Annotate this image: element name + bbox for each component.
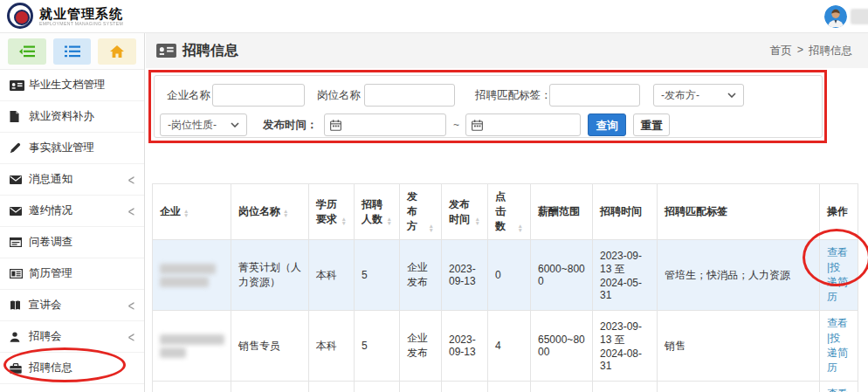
user-avatar[interactable] bbox=[824, 5, 847, 28]
calendar-icon bbox=[330, 120, 341, 131]
cell-clicks: 0 bbox=[488, 382, 531, 392]
match-tag-input[interactable] bbox=[549, 84, 640, 107]
publisher-select[interactable]: -发布方- bbox=[653, 84, 744, 107]
sort-icon[interactable]: ▲▼ bbox=[387, 217, 392, 227]
sidebar-item-resume-management[interactable]: 简历管理 bbox=[0, 258, 144, 290]
outdent-icon bbox=[19, 45, 35, 58]
file-icon bbox=[10, 111, 24, 122]
sidebar-item-label: 消息通知 bbox=[29, 172, 72, 187]
cell-publisher: 企业发布 bbox=[400, 311, 442, 382]
job-name-input[interactable] bbox=[364, 84, 455, 107]
apply-resume-link[interactable]: 投递简历 bbox=[827, 261, 848, 303]
recruitment-table: 企业▲▼ 岗位名称▲▼ 学历要求▲▼ 招聘人数▲▼ 发布方▲▼ 发布时间▲▼ 点… bbox=[152, 183, 858, 392]
cell-clicks: 4 bbox=[488, 311, 531, 382]
survey-icon bbox=[10, 237, 24, 247]
col-clicks[interactable]: 点击数▲▼ bbox=[488, 184, 531, 240]
col-job[interactable]: 岗位名称▲▼ bbox=[231, 184, 309, 240]
cell-period: 2023-09-13 至 2024-05-31 bbox=[593, 240, 658, 311]
sort-icon[interactable]: ▲▼ bbox=[341, 217, 347, 227]
cell-company-blurred bbox=[153, 240, 231, 311]
chevron-down-icon bbox=[727, 93, 736, 98]
breadcrumb-separator: > bbox=[797, 44, 803, 58]
cell-headcount: 5 bbox=[355, 311, 400, 382]
sidebar-item-clipped[interactable] bbox=[0, 384, 144, 392]
col-actions: 操作 bbox=[820, 184, 858, 240]
cell-company-blurred bbox=[153, 311, 231, 382]
sort-icon[interactable]: ▲▼ bbox=[429, 224, 434, 234]
app-tagline: EMPLOYMENT MANAGING SYSTEM bbox=[39, 21, 123, 25]
collapse-menu-button[interactable] bbox=[8, 38, 46, 65]
cell-education: 本科 bbox=[309, 311, 355, 382]
publisher-select-value: -发布方- bbox=[661, 88, 699, 103]
titlebar: 招聘信息 首页 > 招聘信息 bbox=[146, 33, 868, 68]
sidebar-item-invitations[interactable]: 邀约情况 < bbox=[0, 196, 144, 227]
cell-job: 销售专员 bbox=[231, 311, 309, 382]
sidebar-toolbar bbox=[0, 33, 144, 70]
page-title: 招聘信息 bbox=[156, 42, 238, 60]
sidebar-item-graduate-docs[interactable]: 毕业生文档管理 bbox=[0, 70, 144, 101]
col-company[interactable]: 企业▲▼ bbox=[153, 184, 231, 240]
col-headcount[interactable]: 招聘人数▲▼ bbox=[355, 184, 400, 240]
home-button[interactable] bbox=[98, 38, 136, 65]
menu-list-button[interactable] bbox=[53, 38, 92, 65]
view-link[interactable]: 查看 bbox=[827, 388, 848, 392]
chevron-left-icon: < bbox=[128, 297, 134, 314]
cell-job: 菁英计划（人力资源） bbox=[231, 240, 309, 311]
sort-icon[interactable]: ▲▼ bbox=[518, 224, 523, 234]
sidebar-item-message-notice[interactable]: 消息通知 < bbox=[0, 164, 144, 196]
book-icon bbox=[10, 300, 24, 311]
cell-publisher: 企业发布 bbox=[400, 382, 442, 392]
search-button[interactable]: 查询 bbox=[588, 113, 626, 136]
briefcase-icon bbox=[10, 363, 24, 374]
job-nature-select[interactable]: -岗位性质- bbox=[160, 113, 247, 136]
sidebar-item-recruitment-info[interactable]: 招聘信息 bbox=[0, 353, 144, 384]
sort-icon[interactable]: ▲▼ bbox=[475, 217, 480, 227]
sidebar-item-job-fair[interactable]: 招聘会 < bbox=[0, 321, 144, 353]
sidebar: 毕业生文档管理 就业资料补办 事实就业管理 消息通知 < 邀约情况 < bbox=[0, 33, 145, 392]
cell-period: 2023-09-13 至 2023-12-31 bbox=[593, 382, 658, 392]
calendar-icon bbox=[472, 120, 483, 131]
breadcrumb-current: 招聘信息 bbox=[809, 44, 852, 58]
cell-salary: 5000~8000 bbox=[531, 382, 593, 392]
sort-icon[interactable]: ▲▼ bbox=[183, 209, 189, 219]
reset-button[interactable]: 重置 bbox=[633, 113, 670, 136]
col-education[interactable]: 学历要求▲▼ bbox=[309, 184, 355, 240]
sidebar-item-info-session[interactable]: 宣讲会 < bbox=[0, 290, 144, 321]
apply-resume-link[interactable]: 投递简历 bbox=[827, 332, 848, 374]
view-link[interactable]: 查看 bbox=[827, 317, 848, 329]
view-link[interactable]: 查看 bbox=[827, 246, 848, 258]
col-publisher[interactable]: 发布方▲▼ bbox=[400, 184, 442, 240]
date-range-separator: ~ bbox=[453, 113, 459, 136]
col-match-tags: 招聘匹配标签 bbox=[658, 184, 820, 240]
sidebar-item-survey[interactable]: 问卷调查 bbox=[0, 227, 144, 258]
app-logo[interactable]: 就业管理系统 EMPLOYMENT MANAGING SYSTEM bbox=[7, 3, 138, 29]
col-publish-date[interactable]: 发布时间▲▼ bbox=[442, 184, 488, 240]
publish-time-label: 发布时间： bbox=[263, 113, 318, 136]
chevron-left-icon: < bbox=[128, 171, 134, 189]
publish-time-end-input[interactable] bbox=[465, 113, 581, 136]
sidebar-item-employment-materials[interactable]: 就业资料补办 bbox=[0, 101, 144, 133]
cell-publish-date: 2023-09-13 bbox=[442, 240, 488, 311]
search-filter-panel: 企业名称： 岗位名称： 招聘匹配标签： -发布方- -岗位性质- 发布时间： bbox=[154, 75, 823, 138]
cell-publish-date: 2023-09-13 bbox=[442, 382, 488, 392]
id-card-icon bbox=[10, 80, 24, 91]
publish-time-start-input[interactable] bbox=[324, 113, 446, 136]
breadcrumb-home-link[interactable]: 首页 bbox=[770, 44, 792, 58]
sidebar-item-label: 招聘会 bbox=[29, 329, 62, 344]
sidebar-item-actual-employment[interactable]: 事实就业管理 bbox=[0, 133, 144, 164]
cell-education: 本科及以上 bbox=[309, 382, 355, 392]
id-card-icon bbox=[156, 44, 176, 58]
cell-education: 本科 bbox=[309, 240, 355, 311]
job-nature-select-value: -岗位性质- bbox=[168, 118, 217, 133]
pencil-icon bbox=[10, 142, 24, 154]
cell-salary: 65000~8000 bbox=[531, 311, 593, 382]
avatar-icon bbox=[824, 5, 847, 28]
cell-publish-date: 2023-09-13 bbox=[442, 311, 488, 382]
company-name-input[interactable] bbox=[212, 84, 305, 107]
cell-headcount: 5 bbox=[355, 240, 400, 311]
cell-tags: 销售 bbox=[658, 311, 820, 382]
sort-icon[interactable]: ▲▼ bbox=[283, 209, 288, 219]
sidebar-item-label: 邀约情况 bbox=[29, 203, 72, 218]
topbar: 就业管理系统 EMPLOYMENT MANAGING SYSTEM bbox=[0, 0, 868, 33]
envelope-icon bbox=[10, 175, 24, 184]
